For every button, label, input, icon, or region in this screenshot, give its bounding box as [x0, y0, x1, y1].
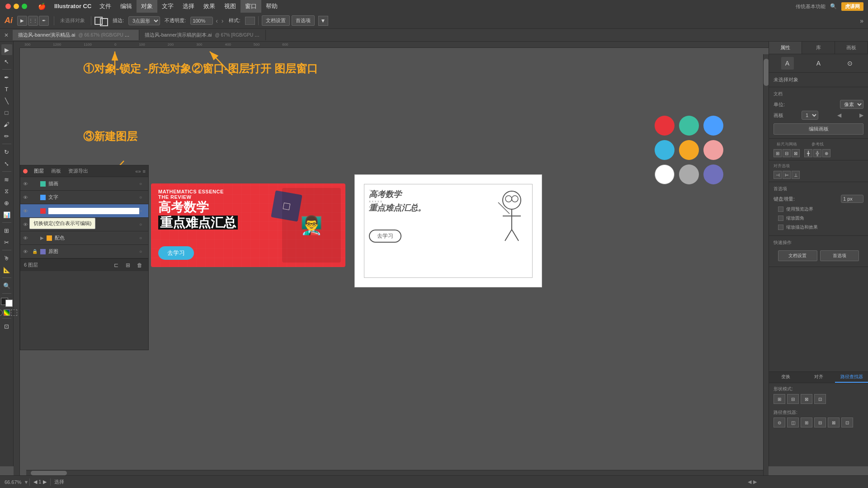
- symbol-tool[interactable]: ⊕: [1, 197, 12, 208]
- banner-button[interactable]: 去学习: [158, 246, 194, 260]
- zoom-arrow-down[interactable]: ▼: [24, 479, 28, 485]
- layer-2-target[interactable]: ○: [139, 195, 146, 200]
- align-center-h[interactable]: ⊢: [783, 171, 791, 179]
- stroke-color[interactable]: [5, 300, 13, 307]
- menu-text[interactable]: 文字: [157, 0, 178, 13]
- layer-6-target[interactable]: ○: [139, 249, 146, 254]
- stroke-swatch[interactable]: [100, 18, 108, 26]
- menu-effects[interactable]: 效果: [199, 0, 220, 13]
- no-fill-mode[interactable]: [11, 310, 17, 316]
- zoom-value[interactable]: 66.67%: [5, 479, 21, 485]
- artboard-nav-prev[interactable]: ◀: [33, 479, 37, 484]
- change-screen-mode[interactable]: ⊡: [1, 321, 12, 332]
- rp-btab-align[interactable]: 对齐: [802, 372, 835, 383]
- rp-prefs-quick[interactable]: 首选项: [820, 250, 859, 261]
- search-icon[interactable]: 🔍: [830, 3, 837, 9]
- eyedropper-tool[interactable]: 🖰: [1, 253, 12, 263]
- scale-tool[interactable]: ⤡: [1, 158, 12, 169]
- pencil-tool[interactable]: ✏: [1, 131, 12, 141]
- align-left[interactable]: ⊣: [774, 171, 782, 179]
- pf-intersect[interactable]: ⊠: [801, 394, 812, 404]
- more-btn[interactable]: ▼: [318, 16, 328, 26]
- menu-window[interactable]: 窗口: [241, 0, 261, 13]
- line-tool[interactable]: ╲: [1, 95, 12, 106]
- zoom-tool[interactable]: 🔍: [1, 280, 12, 291]
- doc-settings-btn[interactable]: 文档设置: [262, 15, 290, 26]
- align-right[interactable]: ⊥: [792, 171, 800, 179]
- rp-icon-2[interactable]: A: [812, 57, 825, 70]
- layer-6-visibility[interactable]: 👁: [23, 249, 30, 254]
- po-minus-back[interactable]: ⊡: [841, 418, 853, 427]
- column-chart-tool[interactable]: 📊: [1, 209, 12, 220]
- tool-icon-1[interactable]: ▶: [17, 16, 27, 26]
- new-sublayer-btn[interactable]: ⊏: [112, 261, 120, 269]
- playback-play[interactable]: ▶: [753, 479, 757, 485]
- guide-btn-3[interactable]: ⊕: [822, 149, 830, 157]
- layer-row-2[interactable]: 👁 文字 ○: [20, 191, 148, 204]
- pen-tool[interactable]: ✒: [1, 72, 12, 83]
- rp-doc-settings-quick[interactable]: 文档设置: [778, 250, 817, 261]
- pf-unite[interactable]: ⊞: [774, 394, 785, 404]
- layer-5-expand[interactable]: ▶: [40, 235, 46, 240]
- branding-site[interactable]: 虎课网: [841, 2, 863, 11]
- grid-toggle[interactable]: ⊟: [783, 149, 791, 157]
- gradient-mode[interactable]: [4, 310, 10, 316]
- pf-exclude[interactable]: ⊡: [814, 394, 826, 404]
- playback-prev[interactable]: ◀: [748, 479, 751, 485]
- style-swatch[interactable]: [245, 17, 255, 25]
- rp-btab-pathfinder[interactable]: 路径查找器: [835, 372, 868, 383]
- opacity-input[interactable]: [190, 17, 213, 25]
- rp-preview-bounds-check[interactable]: [778, 206, 783, 212]
- prefs-btn[interactable]: 首选项: [292, 15, 315, 26]
- type-tool[interactable]: T: [1, 84, 12, 94]
- layer-3-name-input[interactable]: [48, 208, 139, 214]
- delete-layer-btn[interactable]: 🗑: [136, 261, 144, 269]
- po-crop[interactable]: ⊟: [814, 418, 826, 427]
- panel-expand-right[interactable]: »: [860, 17, 863, 24]
- menu-object[interactable]: 对象: [137, 0, 157, 13]
- fullscreen-button[interactable]: [22, 4, 27, 9]
- color-mode[interactable]: [0, 310, 3, 316]
- opacity-increase[interactable]: ›: [221, 17, 225, 24]
- po-divide[interactable]: ⊝: [774, 418, 785, 427]
- layer-row-6[interactable]: 👁 🔒 原图 ○: [20, 245, 148, 258]
- menu-view[interactable]: 视图: [220, 0, 241, 13]
- rp-unit-select[interactable]: 像素: [840, 100, 863, 109]
- layer-1-target[interactable]: ○: [139, 181, 146, 186]
- tool-icon-2[interactable]: ⋮⋮: [28, 16, 38, 26]
- tab-1[interactable]: 描边风-banner演示精品.ai @ 66.67% (RGB/GPU 预览) …: [13, 30, 139, 40]
- rp-keyboard-input[interactable]: [841, 195, 863, 203]
- pf-minus-front[interactable]: ⊟: [787, 394, 799, 404]
- layer-3-visibility[interactable]: 👁: [23, 208, 30, 214]
- guide-btn-1[interactable]: ╋: [804, 149, 812, 157]
- paintbrush-tool[interactable]: 🖌: [1, 119, 12, 130]
- artboard-nav-next[interactable]: ▶: [43, 479, 47, 484]
- direct-select-tool[interactable]: ↖: [1, 56, 12, 67]
- layers-tab-artboard[interactable]: 画板: [47, 166, 65, 176]
- rp-scale-corners-check[interactable]: [778, 216, 783, 221]
- rp-btab-transform[interactable]: 变换: [769, 372, 802, 383]
- rp-tab-properties[interactable]: 属性: [769, 42, 802, 54]
- apple-menu[interactable]: 🍎: [33, 3, 51, 10]
- layer-5-target[interactable]: ○: [139, 235, 146, 240]
- po-merge[interactable]: ⊞: [801, 418, 812, 427]
- new-layer-btn[interactable]: ⊞: [124, 261, 132, 269]
- select-tool[interactable]: ▶: [1, 44, 12, 55]
- menu-help[interactable]: 帮助: [261, 0, 282, 13]
- edit-artboard-btn[interactable]: 编辑画板: [774, 123, 863, 135]
- po-outline[interactable]: ⊠: [828, 418, 840, 427]
- layers-menu[interactable]: ≡: [143, 169, 146, 174]
- layers-collapse[interactable]: «»: [135, 169, 141, 174]
- layer-row-5[interactable]: 👁 ▶ 配色 ○: [20, 231, 148, 245]
- layer-1-visibility[interactable]: 👁: [23, 181, 30, 187]
- rulers-toggle[interactable]: ⊞: [774, 149, 782, 157]
- po-trim[interactable]: ◫: [787, 418, 799, 427]
- menu-select[interactable]: 选择: [178, 0, 199, 13]
- guide-btn-2[interactable]: ╬: [813, 149, 821, 157]
- artboard-tool[interactable]: ⊞: [1, 225, 12, 236]
- close-button[interactable]: [5, 4, 11, 9]
- layer-2-visibility[interactable]: 👁: [23, 195, 30, 200]
- layer-3-target[interactable]: ○: [139, 208, 146, 213]
- artboard-nav-right[interactable]: ▶: [859, 112, 863, 118]
- rp-scale-strokes-check[interactable]: [778, 225, 783, 230]
